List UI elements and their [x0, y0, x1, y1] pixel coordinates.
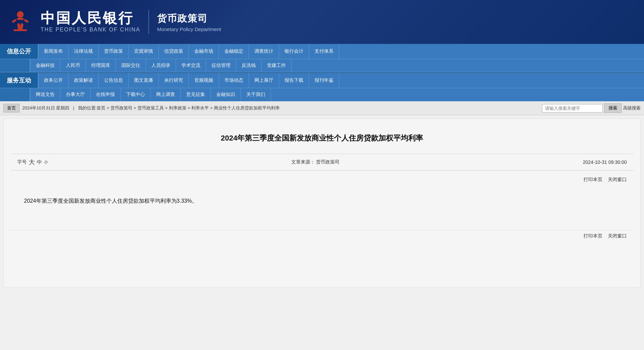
nav-item-law[interactable]: 法律法规	[69, 44, 99, 59]
nav-item-credit-mgmt[interactable]: 征信管理	[206, 59, 236, 72]
search-area: 搜索 高级搜索	[542, 103, 641, 113]
svg-rect-1	[17, 18, 24, 20]
article-content: 2024年第三季度全国新发放商业性个人住房贷款加权平均利率为3.33%。	[24, 196, 620, 206]
nav-item-market[interactable]: 市场动态	[219, 73, 249, 88]
nav-item-live[interactable]: 图文直播	[129, 73, 159, 88]
font-size-label: 字号	[17, 159, 27, 165]
nav-item-online-hall[interactable]: 网上展厅	[249, 73, 279, 88]
nav-item-gov-open[interactable]: 政务公开	[39, 73, 69, 88]
nav-item-banking[interactable]: 银行会计	[279, 44, 309, 59]
nav-item-financial-stability[interactable]: 金融稳定	[219, 44, 249, 59]
logo-area: 中国人民银行 THE PEOPLE'S BANK OF CHINA	[7, 8, 140, 35]
nav-row-4: 网送文告 办事大厅 在线申报 下载中心 网上调查 意见征集 金融知识 关于我们	[0, 88, 644, 101]
svg-rect-3	[24, 19, 29, 23]
advanced-search-link[interactable]: 高级搜索	[623, 105, 641, 111]
nav-item-reports[interactable]: 报告下载	[279, 73, 309, 88]
nav-item-credit[interactable]: 信贷政策	[159, 44, 189, 59]
font-medium-btn[interactable]: 中	[37, 159, 42, 166]
dept-name-area: 货币政策司 Monetary Policy Department	[157, 12, 221, 32]
nav-section-empty2	[0, 88, 30, 101]
close-link-bottom[interactable]: 关闭窗口	[608, 233, 627, 239]
article-title: 2024年第三季度全国新发放商业性个人住房贷款加权平均利率	[10, 132, 634, 144]
date-text: 2024年10月31日 星期四	[22, 105, 69, 110]
svg-point-0	[17, 11, 24, 18]
nav-item-survey[interactable]: 调查统计	[249, 44, 279, 59]
nav-items-row2: 金融科技 人民币 经理国库 国际交往 人员招录 学术交流 征信管理 反洗钱 党建…	[30, 59, 644, 72]
nav-item-news[interactable]: 新闻发布	[39, 44, 69, 59]
source-label: 文章来源：	[291, 159, 315, 165]
nav-row-2: 金融科技 人民币 经理国库 国际交往 人员招录 学术交流 征信管理 反洗钱 党建…	[0, 59, 644, 72]
header-divider	[148, 10, 149, 34]
breadcrumb-bar: 首页 2024年10月31日 星期四 | 我的位置:首页 > 货币政策司 > 货…	[0, 101, 644, 115]
article-date: 2024-10-31 09:30:00	[583, 159, 627, 165]
nav-items-row3: 政务公开 政策解读 公告信息 图文直播 央行研究 音频视频 市场动态 网上展厅 …	[39, 73, 644, 88]
print-bar-bottom: 打印本页 关闭窗口	[10, 230, 634, 242]
nav-section-info: 信息公开	[0, 44, 39, 59]
article-body: 2024年第三季度全国新发放商业性个人住房贷款加权平均利率为3.33%。	[10, 192, 634, 220]
pbc-emblem-icon	[7, 8, 34, 35]
search-button[interactable]: 搜索	[604, 103, 622, 113]
nav-item-fintech[interactable]: 金融科技	[30, 59, 60, 72]
nav-item-research[interactable]: 央行研究	[159, 73, 189, 88]
font-size-area: 字号 大 中 小	[17, 158, 48, 166]
content-area: 2024年第三季度全国新发放商业性个人住房贷款加权平均利率 字号 大 中 小 文…	[3, 119, 641, 288]
nav-item-financial-market[interactable]: 金融市场	[189, 44, 219, 59]
nav-item-about[interactable]: 关于我们	[241, 88, 271, 101]
nav-item-recruitment[interactable]: 人员招录	[146, 59, 176, 72]
nav-item-download[interactable]: 下载中心	[121, 88, 151, 101]
nav-item-online-survey[interactable]: 网上调查	[151, 88, 181, 101]
nav-item-policy-interpret[interactable]: 政策解读	[69, 73, 99, 88]
nav-container: 信息公开 新闻发布 法律法规 货币政策 宏观审慎 信贷政策 金融市场 金融稳定 …	[0, 44, 644, 101]
nav-section-service: 服务互动	[0, 73, 39, 88]
source-value: 货币政策司	[316, 159, 340, 165]
nav-item-macro[interactable]: 宏观审慎	[129, 44, 159, 59]
bank-name-chinese: 中国人民银行	[41, 11, 140, 25]
nav-item-treasury[interactable]: 经理国库	[86, 59, 116, 72]
bank-name-english: THE PEOPLE'S BANK OF CHINA	[41, 27, 140, 33]
nav-item-webcast[interactable]: 网送文告	[30, 88, 60, 101]
nav-item-media[interactable]: 音频视频	[189, 73, 219, 88]
search-input[interactable]	[542, 104, 603, 112]
nav-item-notices[interactable]: 公告信息	[99, 73, 129, 88]
print-bar-top: 打印本页 关闭窗口	[10, 174, 634, 185]
svg-rect-2	[11, 19, 17, 23]
nav-item-service-hall[interactable]: 办事大厅	[60, 88, 91, 101]
nav-item-academic[interactable]: 学术交流	[176, 59, 206, 72]
print-link-top[interactable]: 打印本页	[584, 177, 602, 183]
article-source: 文章来源： 货币政策司	[48, 159, 583, 165]
svg-rect-6	[14, 29, 27, 31]
bank-name-area: 中国人民银行 THE PEOPLE'S BANK OF CHINA	[41, 11, 140, 33]
nav-item-finance-edu[interactable]: 金融知识	[211, 88, 241, 101]
dept-name-english: Monetary Policy Department	[157, 26, 221, 32]
print-link-bottom[interactable]: 打印本页	[584, 233, 602, 239]
close-link-top[interactable]: 关闭窗口	[608, 177, 627, 183]
nav-item-intl[interactable]: 国际交往	[116, 59, 146, 72]
font-small-btn[interactable]: 小	[44, 159, 48, 165]
nav-item-feedback[interactable]: 意见征集	[181, 88, 211, 101]
nav-section-empty1	[0, 59, 30, 72]
nav-item-rmb[interactable]: 人民币	[60, 59, 86, 72]
nav-item-payment[interactable]: 支付体系	[309, 44, 339, 59]
nav-item-monetary[interactable]: 货币政策	[99, 44, 129, 59]
nav-row-3: 服务互动 政务公开 政策解读 公告信息 图文直播 央行研究 音频视频 市场动态 …	[0, 72, 644, 88]
nav-row-1: 信息公开 新闻发布 法律法规 货币政策 宏观审慎 信贷政策 金融市场 金融稳定 …	[0, 44, 644, 59]
svg-rect-5	[20, 23, 23, 30]
nav-item-aml[interactable]: 反洗钱	[236, 59, 262, 72]
nav-items-row4: 网送文告 办事大厅 在线申报 下载中心 网上调查 意见征集 金融知识 关于我们	[30, 88, 644, 101]
nav-item-party[interactable]: 党建工作	[262, 59, 292, 72]
nav-items-row1: 新闻发布 法律法规 货币政策 宏观审慎 信贷政策 金融市场 金融稳定 调查统计 …	[39, 44, 644, 59]
breadcrumb-path: 我的位置:首页 > 货币政策司 > 货币政策工具 > 利率政策 > 利率水平 >…	[78, 105, 280, 110]
page-header: 中国人民银行 THE PEOPLE'S BANK OF CHINA 货币政策司 …	[0, 0, 644, 44]
breadcrumb-date: 2024年10月31日 星期四 | 我的位置:首页 > 货币政策司 > 货币政策…	[22, 105, 539, 111]
dept-name-chinese: 货币政策司	[157, 12, 221, 25]
article-meta-bar: 字号 大 中 小 文章来源： 货币政策司 2024-10-31 09:30:00	[10, 154, 634, 171]
nav-item-yearbook[interactable]: 报刊年鉴	[309, 73, 339, 88]
nav-item-online-apply[interactable]: 在线申报	[91, 88, 121, 101]
font-large-btn[interactable]: 大	[29, 158, 35, 166]
home-button[interactable]: 首页	[3, 104, 20, 112]
